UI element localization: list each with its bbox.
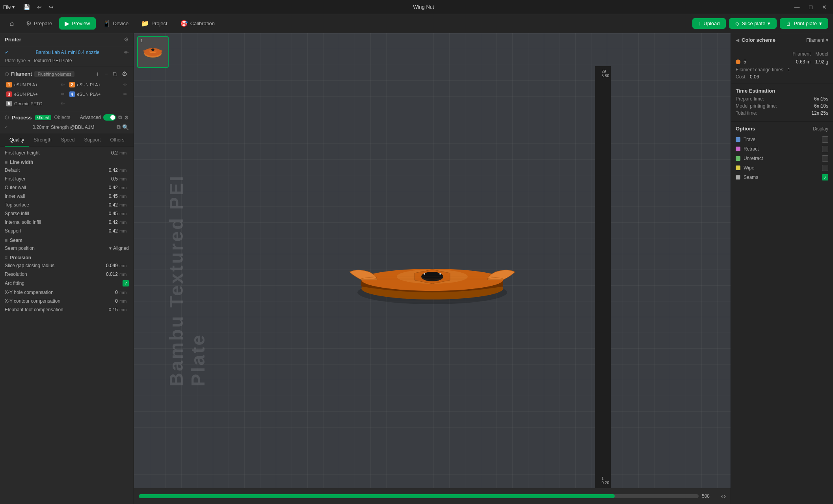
process-tabs: Quality Strength Speed Support Others [0,134,134,147]
nav-right-actions: ↑ Upload ◇ Slice plate ▾ 🖨 Print plate ▾ [692,18,828,29]
process-settings-button[interactable]: ⚙ [124,115,129,121]
undo-button[interactable]: ↩ [35,3,44,11]
precision-expand-icon[interactable]: ≡ [5,255,7,260]
global-tag[interactable]: Global [35,115,51,120]
plate-type-dropdown[interactable]: ▾ [28,58,30,63]
redo-button[interactable]: ↪ [46,3,56,11]
support-lw-label: Support [5,228,97,234]
calibration-tab[interactable]: 🎯 Calibration [175,17,220,30]
flushing-volumes-button[interactable]: Flushing volumes [34,71,74,77]
tab-support[interactable]: Support [79,134,105,147]
save-button[interactable]: 💾 [21,3,32,11]
preset-search-button[interactable]: 🔍 [122,124,129,130]
elephant-foot-value[interactable]: 0.15 [98,307,118,312]
maximize-button[interactable]: □ [806,3,816,11]
objects-tag[interactable]: Objects [54,115,71,120]
print-button[interactable]: 🖨 Print plate ▾ [780,18,828,29]
support-lw-value[interactable]: 0.42 [98,228,118,234]
unretract-checkbox[interactable] [822,155,828,162]
filament-label-5[interactable]: Generic PETG [14,101,58,106]
add-filament-button[interactable]: + [94,70,101,78]
progress-bar[interactable] [139,494,699,498]
resolution-value[interactable]: 0.012 [98,272,118,277]
option-unretract: Unretract [736,154,828,163]
xy-hole-value[interactable]: 0 [98,290,118,295]
upload-button[interactable]: ↑ Upload [692,18,726,29]
model-length-val: 0.63 m [796,59,811,65]
filament-edit-1[interactable]: ✏ [61,82,65,87]
remove-filament-button[interactable]: − [103,70,110,78]
seam-expand-icon[interactable]: ≡ [5,238,7,243]
tab-others[interactable]: Others [105,134,129,147]
filament-mode-dropdown[interactable]: Filament ▾ [806,37,828,43]
preset-copy-button[interactable]: ⧉ [117,124,121,130]
default-lw-value[interactable]: 0.42 [98,167,118,173]
arc-fitting-checkbox[interactable]: ✓ [123,280,129,286]
minimize-button[interactable]: — [791,3,803,11]
setting-seam-position: Seam position ▾ Aligned [0,244,134,253]
model-area[interactable] [134,33,731,488]
setting-resolution: Resolution 0.012 mm [0,270,134,279]
seams-checkbox[interactable]: ✓ [822,174,828,180]
seam-position-dropdown[interactable]: ▾ Aligned [109,245,129,251]
printer-name-label[interactable]: Bambu Lab A1 mini 0.4 nozzle [35,50,99,55]
print-dropdown-icon[interactable]: ▾ [819,20,822,26]
topsurface-lw-value[interactable]: 0.42 [98,202,118,208]
outerwall-lw-value[interactable]: 0.42 [98,185,118,190]
first-layer-height-value[interactable]: 0.2 [98,150,118,156]
slice-button[interactable]: ◇ Slice plate ▾ [729,18,777,29]
file-menu-label[interactable]: File [3,4,11,10]
retract-checkbox[interactable] [822,146,828,152]
filament-copy-button[interactable]: ⧉ [111,70,119,78]
travel-checkbox[interactable] [822,136,828,143]
project-tab[interactable]: 📁 Project [136,17,173,30]
filament-edit-4[interactable]: ✏ [123,91,127,97]
solidinfill-lw-label: Internal solid infill [5,219,97,225]
tab-quality[interactable]: Quality [5,134,29,147]
wipe-checkbox[interactable] [822,165,828,171]
slice-dropdown-icon[interactable]: ▾ [768,20,770,26]
filament-label-3[interactable]: eSUN PLA+ [14,92,58,97]
setting-default-linewidth: Default 0.42 mm [0,166,134,175]
progress-expand-icon[interactable]: ⇔ [721,493,726,500]
first-layer-height-label: First layer height [5,150,97,156]
solidinfill-lw-value[interactable]: 0.42 [98,219,118,225]
close-button[interactable]: ✕ [819,3,830,11]
printer-settings-icon[interactable]: ⚙ [124,36,129,43]
filament-section-icon: ⬡ [5,71,9,77]
advanced-label: Advanced [80,115,101,120]
advanced-toggle[interactable] [103,114,116,121]
viewport[interactable]: 1 Bambu Textured PEI Plate 29 5.80 1 [134,33,731,504]
process-copy-button[interactable]: ⧉ [118,114,122,121]
line-width-expand-icon[interactable]: ≡ [5,160,7,165]
printer-edit-icon[interactable]: ✏ [124,49,129,56]
device-tab[interactable]: 📱 Device [97,17,134,30]
setting-elephant-foot: Elephant foot compensation 0.15 mm [0,305,134,314]
innerwall-lw-value[interactable]: 0.45 [98,193,118,199]
plate-type-value: Textured PEI Plate [33,58,72,63]
slice-gap-label: Slice gap closing radius [5,263,97,268]
slice-gap-value[interactable]: 0.049 [98,263,118,268]
home-button[interactable]: ⌂ [5,17,19,31]
sparseinfill-lw-unit: mm [119,211,129,216]
color-scheme-collapse-icon[interactable]: ◀ [736,37,739,43]
filament-label-2[interactable]: eSUN PLA+ [77,82,121,87]
slice-gap-unit: mm [119,263,129,268]
filament-edit-2[interactable]: ✏ [123,82,127,87]
prepare-icon: ⚙ [26,20,32,27]
file-menu[interactable]: File ▾ [3,4,15,10]
filament-label-4[interactable]: eSUN PLA+ [77,92,121,97]
filament-label-1[interactable]: eSUN PLA+ [14,82,58,87]
tab-speed[interactable]: Speed [56,134,80,147]
filament-edit-5[interactable]: ✏ [61,101,65,106]
file-menu-arrow: ▾ [12,4,15,10]
filament-grid: 1 eSUN PLA+ ✏ 2 eSUN PLA+ ✏ 3 eSUN PLA+ … [5,81,129,108]
prepare-tab[interactable]: ⚙ Prepare [20,17,58,30]
xy-contour-value[interactable]: 0 [98,298,118,304]
filament-settings-icon[interactable]: ⚙ [120,70,129,78]
firstlayer-lw-value[interactable]: 0.5 [98,176,118,182]
tab-strength[interactable]: Strength [29,134,56,147]
sparseinfill-lw-value[interactable]: 0.45 [98,211,118,216]
preview-tab[interactable]: ▶ Preview [59,17,95,30]
filament-edit-3[interactable]: ✏ [61,91,65,97]
